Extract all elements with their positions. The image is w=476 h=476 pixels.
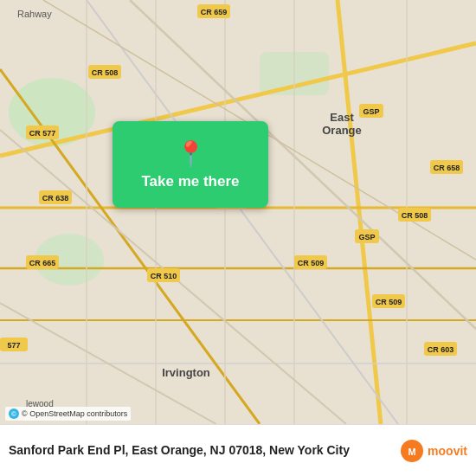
cta-label: Take me there <box>141 173 239 190</box>
osm-icon: © <box>9 408 19 419</box>
info-bar: Sanford Park End Pl, East Orange, NJ 070… <box>0 424 476 476</box>
moovit-wordmark: moovit <box>428 444 467 458</box>
svg-text:CR 603: CR 603 <box>428 345 454 354</box>
svg-text:CR 659: CR 659 <box>201 8 228 16</box>
svg-text:CR 510: CR 510 <box>151 272 177 280</box>
svg-text:GSP: GSP <box>358 233 375 241</box>
moovit-logo-svg: M <box>400 439 424 463</box>
address-block: Sanford Park End Pl, East Orange, NJ 070… <box>9 442 400 458</box>
svg-text:CR 509: CR 509 <box>298 259 325 267</box>
svg-text:Orange: Orange <box>322 124 362 137</box>
svg-text:Rahway: Rahway <box>17 9 52 19</box>
svg-text:CR 508: CR 508 <box>402 211 428 220</box>
svg-text:CR 658: CR 658 <box>434 164 460 172</box>
svg-text:M: M <box>408 447 416 457</box>
svg-text:Irvington: Irvington <box>162 366 210 379</box>
take-me-there-button[interactable]: 📍 Take me there <box>113 121 268 208</box>
svg-text:CR 577: CR 577 <box>29 129 56 138</box>
map-view: CR 659 CR 508 CR 577 CR 638 CR 658 CR 20… <box>0 0 476 424</box>
pin-icon: 📍 <box>176 139 206 168</box>
address-text: Sanford Park End Pl, East Orange, NJ 070… <box>9 442 400 458</box>
svg-text:CR 665: CR 665 <box>29 259 56 267</box>
osm-credit[interactable]: © © OpenStreetMap contributors <box>5 407 131 421</box>
svg-text:CR 509: CR 509 <box>376 298 402 306</box>
svg-text:East: East <box>330 111 354 124</box>
osm-text: © OpenStreetMap contributors <box>22 409 127 418</box>
svg-text:CR 638: CR 638 <box>42 194 69 203</box>
svg-text:GSP: GSP <box>363 107 379 116</box>
svg-text:CR 508: CR 508 <box>92 68 119 77</box>
svg-text:577: 577 <box>7 341 20 350</box>
moovit-logo[interactable]: M moovit <box>400 439 467 463</box>
